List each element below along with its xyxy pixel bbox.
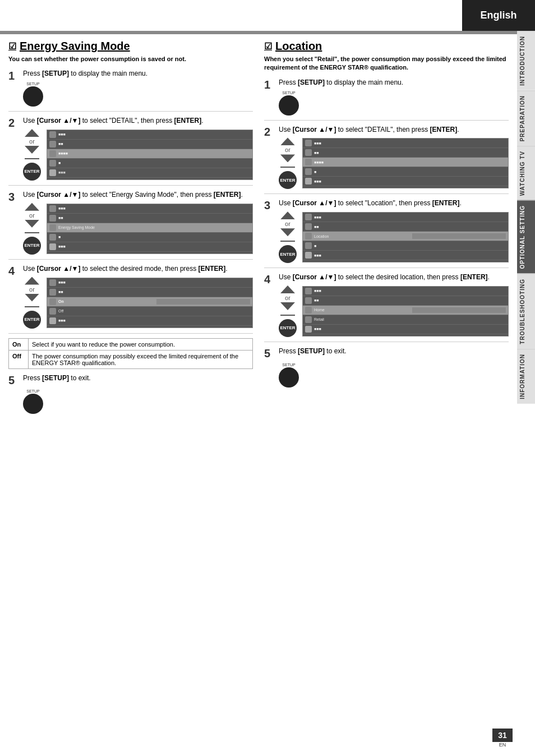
setup-button-1 bbox=[23, 86, 43, 107]
side-tabs: INTRODUCTION PREPARATION WATCHING TV OPT… bbox=[517, 31, 535, 403]
loc-step-2-content: Use [Cursor ▲/▼] to select "DETAIL", the… bbox=[279, 125, 509, 190]
step-1-remote: SETUP bbox=[23, 82, 253, 107]
location-section: ☑ Location When you select "Retail", the… bbox=[264, 40, 509, 417]
location-step-2: 2 Use [Cursor ▲/▼] to select "DETAIL", t… bbox=[264, 125, 509, 195]
step-2-text: Use [Cursor ▲/▼] to select "DETAIL", the… bbox=[23, 116, 253, 126]
menu-screenshot-3: ■■■ ■■ Energy Saving Mode ■ ■■■ bbox=[47, 204, 253, 254]
energy-saving-subtitle: You can set whether the power consumptio… bbox=[8, 55, 253, 63]
checkmark-icon: ☑ bbox=[8, 41, 16, 52]
loc-setup-button-area-1: SETUP bbox=[279, 91, 299, 116]
step-number-3: 3 bbox=[8, 190, 19, 204]
two-column-layout: ☑ Energy Saving Mode You can set whether… bbox=[8, 40, 509, 417]
btn-down-3 bbox=[25, 220, 39, 228]
language-tab: English bbox=[462, 0, 535, 31]
step-3-text: Use [Cursor ▲/▼] to select "Energy Savin… bbox=[23, 190, 253, 200]
btn-down-2 bbox=[25, 146, 39, 154]
location-title: ☑ Location bbox=[264, 40, 509, 53]
step-number-2: 2 bbox=[8, 116, 19, 130]
energy-step-2: 2 Use [Cursor ▲/▼] to select "DETAIL", t… bbox=[8, 116, 253, 186]
page-number: 31 bbox=[492, 729, 513, 742]
loc-setup-button-area-5: SETUP bbox=[279, 363, 299, 388]
btn-up-2 bbox=[25, 129, 39, 137]
step-5-energy-text: Press [SETUP] to exit. bbox=[23, 374, 253, 383]
enter-button-3: ENTER bbox=[23, 237, 41, 255]
enter-button-4: ENTER bbox=[23, 311, 41, 329]
step-3-content: Use [Cursor ▲/▼] to select "Energy Savin… bbox=[23, 190, 253, 255]
loc-step-5-content: Press [SETUP] to exit. SETUP bbox=[279, 347, 509, 388]
loc-step-number-1: 1 bbox=[264, 78, 274, 91]
btn-up-4 bbox=[25, 277, 39, 285]
step-5-energy-content: Press [SETUP] to exit. SETUP bbox=[23, 374, 253, 414]
side-tab-watching[interactable]: WATCHING TV bbox=[517, 146, 535, 200]
loc-step-number-5: 5 bbox=[264, 347, 274, 360]
side-tab-optional[interactable]: OPTIONAL SETTING bbox=[517, 200, 535, 274]
loc-setup-button-1 bbox=[279, 95, 299, 116]
loc-cursor-buttons-2: or ENTER bbox=[279, 137, 297, 189]
loc-step-4-content: Use [Cursor ▲/▼] to select the desired l… bbox=[279, 273, 509, 337]
loc-step-1-remote: SETUP bbox=[279, 91, 509, 116]
page-number-area: 31 EN bbox=[492, 729, 513, 748]
step-4-content: Use [Cursor ▲/▼] to select the desired m… bbox=[23, 264, 253, 329]
loc-setup-button-5 bbox=[279, 367, 299, 388]
step-2-remote: or ENTER ■■■ ■■ ■■■■ ■ ■■■ bbox=[23, 129, 253, 181]
loc-cursor-buttons-3: or ENTER bbox=[279, 211, 297, 263]
step-number-5-energy: 5 bbox=[8, 374, 19, 387]
location-step-4: 4 Use [Cursor ▲/▼] to select the desired… bbox=[264, 273, 509, 342]
energy-step-4: 4 Use [Cursor ▲/▼] to select the desired… bbox=[8, 264, 253, 334]
page-en-label: EN bbox=[499, 742, 506, 748]
side-tab-troubleshooting[interactable]: TROUBLESHOOTING bbox=[517, 274, 535, 349]
loc-menu-screenshot-4: ■■■ ■■ Home Retail ■■■ bbox=[302, 286, 509, 336]
loc-step-2-text: Use [Cursor ▲/▼] to select "DETAIL", the… bbox=[279, 125, 509, 135]
option-off-desc: The power consumption may possibly excee… bbox=[29, 350, 253, 368]
energy-step-3: 3 Use [Cursor ▲/▼] to select "Energy Sav… bbox=[8, 190, 253, 260]
location-step-1: 1 Press [SETUP] to display the main menu… bbox=[264, 78, 509, 121]
setup-button-area-5-energy: SETUP bbox=[23, 389, 43, 414]
loc-btn-down-3 bbox=[280, 228, 295, 236]
loc-menu-screenshot-3: ■■■ ■■ Location ■ ■■■ bbox=[302, 212, 509, 262]
loc-step-4-text: Use [Cursor ▲/▼] to select the desired l… bbox=[279, 273, 509, 282]
loc-step-3-remote: or ENTER ■■■ ■■ Location ■ ■■■ bbox=[279, 211, 509, 263]
cursor-buttons-4: or ENTER bbox=[23, 277, 41, 329]
side-tab-information[interactable]: INFORMATION bbox=[517, 349, 535, 404]
location-step-5: 5 Press [SETUP] to exit. SETUP bbox=[264, 347, 509, 388]
enter-button-2: ENTER bbox=[23, 163, 41, 181]
side-tab-preparation[interactable]: PREPARATION bbox=[517, 90, 535, 146]
location-step-3: 3 Use [Cursor ▲/▼] to select "Location",… bbox=[264, 199, 509, 268]
location-checkmark-icon: ☑ bbox=[264, 41, 272, 52]
step-number-4: 4 bbox=[8, 264, 19, 278]
option-off-row: Off The power consumption may possibly e… bbox=[9, 350, 253, 368]
loc-step-2-remote: or ENTER ■■■ ■■ ■■■■ ■ ■■■ bbox=[279, 137, 509, 189]
loc-btn-up-2 bbox=[280, 137, 295, 145]
loc-btn-down-4 bbox=[280, 302, 295, 310]
options-table: On Select if you want to reduce the powe… bbox=[8, 338, 253, 369]
loc-step-4-remote: or ENTER ■■■ ■■ Home Retail ■■■ bbox=[279, 285, 509, 337]
side-tab-introduction[interactable]: INTRODUCTION bbox=[517, 31, 535, 90]
step-number-1: 1 bbox=[8, 69, 19, 82]
cursor-buttons-2: or ENTER bbox=[23, 129, 41, 181]
step-4-remote: or ENTER ■■■ ■■ On Off ■■■ bbox=[23, 277, 253, 329]
loc-enter-button-4: ENTER bbox=[279, 319, 297, 337]
step-3-remote: or ENTER ■■■ ■■ Energy Saving Mode ■ ■■■ bbox=[23, 203, 253, 255]
energy-saving-title: ☑ Energy Saving Mode bbox=[8, 40, 253, 53]
step-1-text: Press [SETUP] to display the main menu. bbox=[23, 69, 253, 79]
loc-step-number-3: 3 bbox=[264, 199, 274, 212]
option-off-name: Off bbox=[9, 350, 29, 368]
step-1-content: Press [SETUP] to display the main menu. … bbox=[23, 69, 253, 107]
btn-down-4 bbox=[25, 294, 39, 302]
loc-cursor-buttons-4: or ENTER bbox=[279, 285, 297, 337]
loc-btn-up-3 bbox=[280, 211, 295, 219]
energy-step-1: 1 Press [SETUP] to display the main menu… bbox=[8, 69, 253, 112]
loc-step-number-4: 4 bbox=[264, 273, 274, 286]
main-content: ☑ Energy Saving Mode You can set whether… bbox=[0, 34, 517, 756]
loc-step-3-text: Use [Cursor ▲/▼] to select "Location", t… bbox=[279, 199, 509, 208]
loc-enter-button-2: ENTER bbox=[279, 171, 297, 189]
cursor-buttons-3: or ENTER bbox=[23, 203, 41, 255]
setup-button-area-1: SETUP bbox=[23, 82, 43, 107]
loc-enter-button-3: ENTER bbox=[279, 245, 297, 263]
loc-step-number-2: 2 bbox=[264, 125, 274, 139]
loc-step-5-text: Press [SETUP] to exit. bbox=[279, 347, 509, 356]
loc-menu-screenshot-2: ■■■ ■■ ■■■■ ■ ■■■ bbox=[302, 138, 509, 188]
option-on-desc: Select if you want to reduce the power c… bbox=[29, 338, 253, 350]
energy-step-5: 5 Press [SETUP] to exit. SETUP bbox=[8, 374, 253, 414]
loc-step-1-content: Press [SETUP] to display the main menu. … bbox=[279, 78, 509, 116]
